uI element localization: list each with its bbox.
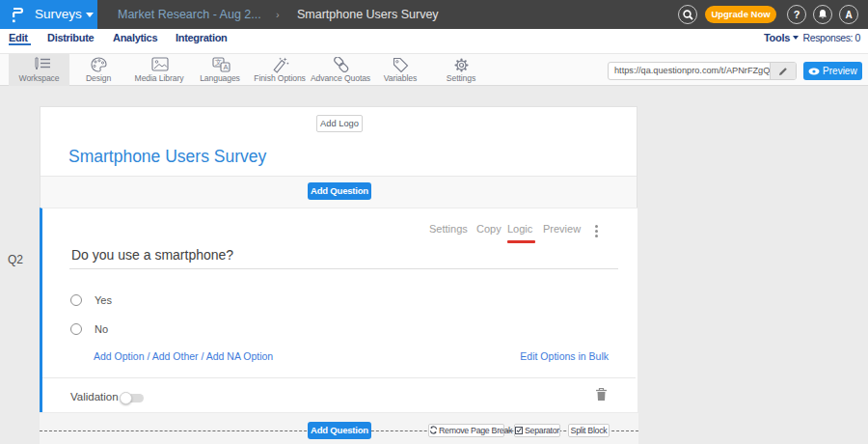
svg-text:A: A: [223, 63, 228, 71]
